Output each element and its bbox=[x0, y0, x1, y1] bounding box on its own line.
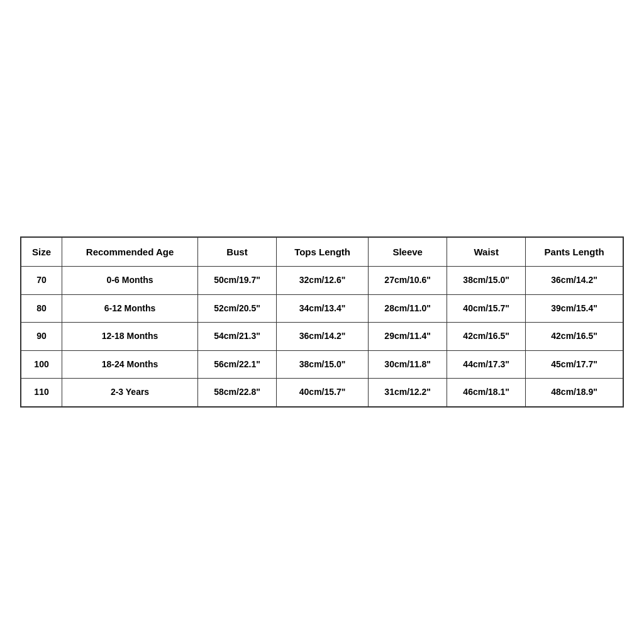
table-row: 700-6 Months50cm/19.7"32cm/12.6"27cm/10.… bbox=[21, 267, 623, 295]
cell-sleeve: 28cm/11.0" bbox=[369, 294, 447, 323]
cell-sleeve: 27cm/10.6" bbox=[369, 267, 447, 295]
cell-waist: 46cm/18.1" bbox=[447, 379, 526, 407]
cell-pants-length: 48cm/18.9" bbox=[526, 379, 623, 407]
cell-age: 0-6 Months bbox=[62, 267, 198, 295]
size-chart-table: Size Recommended Age Bust Tops Length Sl… bbox=[20, 236, 624, 408]
cell-size: 80 bbox=[21, 294, 62, 323]
cell-waist: 44cm/17.3" bbox=[447, 350, 526, 379]
table-header-row: Size Recommended Age Bust Tops Length Sl… bbox=[21, 237, 623, 267]
cell-age: 6-12 Months bbox=[62, 294, 198, 323]
cell-sleeve: 31cm/12.2" bbox=[369, 379, 447, 407]
cell-tops-length: 38cm/15.0" bbox=[277, 350, 369, 379]
cell-bust: 52cm/20.5" bbox=[198, 294, 277, 323]
cell-waist: 38cm/15.0" bbox=[447, 267, 526, 295]
cell-bust: 54cm/21.3" bbox=[198, 323, 277, 351]
cell-tops-length: 34cm/13.4" bbox=[277, 294, 369, 323]
cell-bust: 58cm/22.8" bbox=[198, 379, 277, 407]
header-sleeve: Sleeve bbox=[369, 237, 447, 267]
header-size: Size bbox=[21, 237, 62, 267]
cell-sleeve: 29cm/11.4" bbox=[369, 323, 447, 351]
header-recommended-age: Recommended Age bbox=[62, 237, 198, 267]
cell-sleeve: 30cm/11.8" bbox=[369, 350, 447, 379]
cell-bust: 50cm/19.7" bbox=[198, 267, 277, 295]
cell-age: 12-18 Months bbox=[62, 323, 198, 351]
cell-size: 70 bbox=[21, 267, 62, 295]
cell-tops-length: 40cm/15.7" bbox=[277, 379, 369, 407]
cell-waist: 40cm/15.7" bbox=[447, 294, 526, 323]
table-row: 1102-3 Years58cm/22.8"40cm/15.7"31cm/12.… bbox=[21, 379, 623, 407]
table-row: 9012-18 Months54cm/21.3"36cm/14.2"29cm/1… bbox=[21, 323, 623, 351]
cell-size: 110 bbox=[21, 379, 62, 407]
cell-bust: 56cm/22.1" bbox=[198, 350, 277, 379]
cell-pants-length: 42cm/16.5" bbox=[526, 323, 623, 351]
cell-tops-length: 36cm/14.2" bbox=[277, 323, 369, 351]
cell-waist: 42cm/16.5" bbox=[447, 323, 526, 351]
cell-pants-length: 39cm/15.4" bbox=[526, 294, 623, 323]
cell-pants-length: 36cm/14.2" bbox=[526, 267, 623, 295]
cell-size: 90 bbox=[21, 323, 62, 351]
cell-age: 2-3 Years bbox=[62, 379, 198, 407]
header-tops-length: Tops Length bbox=[277, 237, 369, 267]
header-pants-length: Pants Length bbox=[526, 237, 623, 267]
header-waist: Waist bbox=[447, 237, 526, 267]
size-chart-container: Size Recommended Age Bust Tops Length Sl… bbox=[20, 236, 624, 408]
table-row: 10018-24 Months56cm/22.1"38cm/15.0"30cm/… bbox=[21, 350, 623, 379]
header-bust: Bust bbox=[198, 237, 277, 267]
table-row: 806-12 Months52cm/20.5"34cm/13.4"28cm/11… bbox=[21, 294, 623, 323]
cell-tops-length: 32cm/12.6" bbox=[277, 267, 369, 295]
cell-pants-length: 45cm/17.7" bbox=[526, 350, 623, 379]
cell-size: 100 bbox=[21, 350, 62, 379]
cell-age: 18-24 Months bbox=[62, 350, 198, 379]
